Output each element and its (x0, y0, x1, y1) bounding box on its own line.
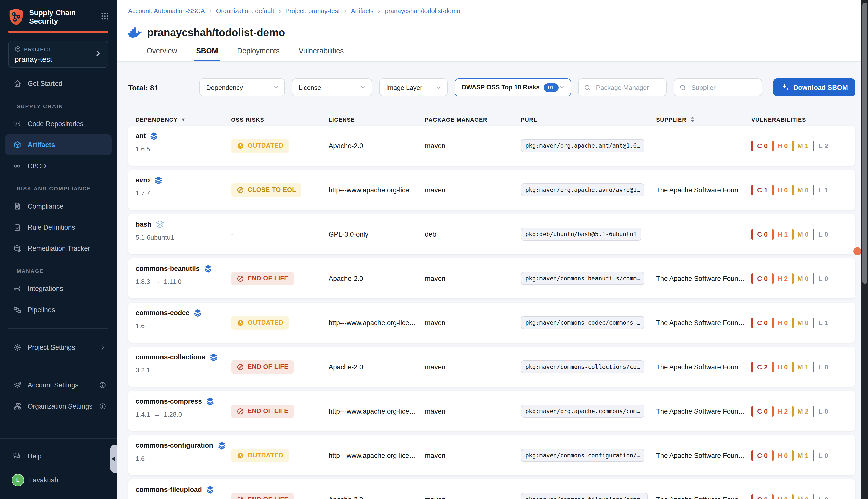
column-license: LICENSE (328, 116, 425, 122)
dependency-name: commons-collections (136, 353, 206, 361)
table-row[interactable]: commons-compress 1.4.1→1.28.0 END OF LIF… (128, 391, 855, 431)
severity-bar (752, 185, 753, 195)
tab-vulnerabilities[interactable]: Vulnerabilities (298, 42, 345, 61)
severity-bar (771, 317, 773, 328)
column-supplier[interactable]: SUPPLIER (656, 116, 752, 123)
layers-icon (206, 397, 214, 405)
severity-bar (752, 362, 753, 372)
column-dependency[interactable]: DEPENDENCY ▼ (136, 116, 231, 122)
sidebar-item-organization-settings[interactable]: Organization Settings (0, 395, 116, 417)
nav-section-header: RISK AND COMPLIANCE (0, 177, 116, 195)
total-count: Total: 81 (128, 83, 159, 92)
package-manager-value: maven (425, 496, 445, 499)
layers-icon (156, 220, 164, 229)
severity-bar (813, 141, 815, 151)
table-row[interactable]: commons-beanutils 1.8.3→1.11.0 END OF LI… (128, 258, 855, 299)
breadcrumb-item[interactable]: Artifacts (351, 7, 373, 14)
severity-m: M0 (798, 274, 809, 283)
layers-icon (204, 264, 212, 273)
severity-bar (752, 141, 753, 151)
package-manager-search[interactable] (578, 78, 666, 97)
breadcrumb-item[interactable]: Account: Automation-SSCA (128, 7, 205, 14)
tab-deployments[interactable]: Deployments (236, 42, 281, 61)
dependency-version: 1.6.5 (136, 145, 150, 153)
sidebar-item-integrations[interactable]: Integrations (0, 278, 116, 299)
help-button[interactable]: ? Help (0, 446, 116, 466)
search-icon (679, 84, 686, 91)
table-row[interactable]: ant 1.6.5 OUTDATED Apache-2.0 maven pkg:… (128, 126, 855, 166)
license-value: http---www.apache.org-lice… (328, 319, 416, 326)
breadcrumb-item[interactable]: pranaycshah/todolist-demo (385, 7, 460, 14)
sidebar-item-remediation-tracker[interactable]: Remediation Tracker (0, 238, 116, 259)
scrollbar-thumb[interactable] (862, 2, 867, 284)
package-manager-value: maven (425, 407, 445, 415)
dependency-name: avro (136, 177, 150, 184)
sidebar-item-account-settings[interactable]: Account Settings (0, 374, 116, 395)
severity-bar (752, 406, 753, 416)
download-sbom-button[interactable]: Download SBOM (773, 78, 856, 97)
severity-l: L1 (819, 185, 828, 194)
app-switcher-grid-icon[interactable] (100, 11, 110, 22)
purl-value: pkg:maven/org.apache.avro/avro@1… (521, 183, 645, 196)
sidebar-item-ci-cd[interactable]: CI/CD (0, 155, 116, 177)
sort-desc-icon: ▼ (181, 117, 186, 122)
severity-bar (771, 273, 773, 284)
ban-icon (237, 186, 244, 194)
table-row[interactable]: commons-fileupload END OF LIFE Apache-2.… (128, 479, 855, 499)
nav-section-header: MANAGE (0, 259, 116, 278)
table-row[interactable]: commons-configuration 1.6 OUTDATED http-… (128, 435, 855, 475)
package-manager-input[interactable] (595, 83, 661, 92)
sidebar-item-label: Artifacts (28, 141, 55, 148)
oss-risk-cell: END OF LIFE (231, 479, 328, 499)
severity-l: L1 (819, 318, 828, 327)
sidebar-item-artifacts[interactable]: Artifacts (5, 134, 112, 155)
sidebar-item-code-repositories[interactable]: Code Repositories (0, 113, 116, 134)
severity-bar (792, 273, 794, 284)
severity-bar (771, 406, 773, 416)
code-repo-icon (13, 119, 22, 128)
oss-risk-badge: END OF LIFE (231, 360, 294, 374)
clipboard-check-icon (13, 223, 22, 232)
sidebar-item-rule-definitions[interactable]: Rule Definitions (0, 217, 116, 238)
severity-l: L0 (819, 230, 828, 239)
dependency-name: commons-codec (136, 309, 190, 317)
table-row[interactable]: bash 5.1-6ubuntu1 - GPL-3.0-only deb pkg… (128, 214, 855, 254)
license-value: Apache-2.0 (328, 496, 363, 499)
table-row[interactable]: commons-collections 3.2.1 END OF LIFE Ap… (128, 347, 855, 387)
filter-label: OWASP OSS Top 10 Risks (461, 84, 540, 91)
sidebar-item-get-started[interactable]: Get Started (0, 73, 116, 94)
tab-sbom[interactable]: SBOM (195, 42, 219, 61)
collapse-left-icon (112, 456, 115, 461)
help-label: Help (28, 452, 42, 460)
sidebar-collapse-handle[interactable] (110, 445, 116, 473)
severity-c: C0 (757, 318, 768, 327)
dependency-filter-dropdown[interactable]: Dependency (199, 78, 285, 97)
supplier-search[interactable] (673, 78, 762, 97)
tab-overview[interactable]: Overview (146, 42, 178, 61)
user-menu[interactable]: L Lavakush (0, 469, 116, 491)
owasp-filter-dropdown[interactable]: OWASP OSS Top 10 Risks01 (454, 78, 571, 97)
severity-h: H0 (777, 495, 788, 499)
severity-m: M0 (798, 185, 809, 194)
supplier-value: The Apache Software Foun… (656, 319, 745, 326)
breadcrumb-separator: › (210, 7, 212, 15)
table-row[interactable]: avro 1.7.7 CLOSE TO EOL http---www.apach… (128, 170, 855, 210)
sidebar-item-pipelines[interactable]: Pipelines (0, 299, 116, 320)
image-layer-filter-dropdown[interactable]: Image Layer (379, 78, 447, 97)
feedback-widget-dot[interactable] (853, 247, 861, 255)
breadcrumb-item[interactable]: Organization: default (216, 7, 274, 14)
sidebar-item-project-settings[interactable]: Project Settings (0, 337, 116, 358)
severity-bar (771, 494, 773, 499)
vulnerability-counts: C0H1M0L0 (752, 229, 828, 240)
table-row[interactable]: commons-codec 1.6 OUTDATED http---www.ap… (128, 303, 855, 343)
severity-bar (792, 450, 794, 461)
breadcrumb-item[interactable]: Project: pranay-test (285, 7, 340, 14)
severity-bar (813, 406, 815, 416)
package-manager-value: maven (425, 451, 445, 459)
sidebar-item-compliance[interactable]: Compliance (0, 195, 116, 217)
scrollbar-track (861, 0, 868, 499)
chevron-down-icon (359, 84, 367, 91)
project-selector[interactable]: PROJECT pranay-test (8, 41, 109, 68)
supplier-input[interactable] (691, 83, 756, 92)
license-filter-dropdown[interactable]: License (292, 78, 372, 97)
